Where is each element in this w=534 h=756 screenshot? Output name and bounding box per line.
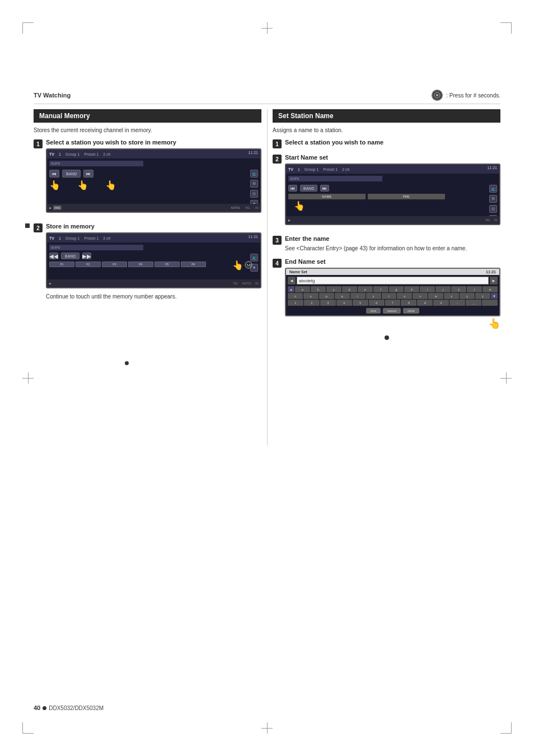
key-h[interactable]: h: [404, 286, 419, 292]
crosshair-top: [261, 22, 273, 34]
bullet-right: [385, 335, 389, 340]
key-nav2[interactable]: ▼: [491, 293, 498, 299]
tv-time-2: 11:21: [248, 235, 258, 239]
key-f[interactable]: f: [373, 286, 388, 292]
key-p[interactable]: p: [319, 293, 334, 299]
step-3-right-content: Enter the name See <Character Entry> (pa…: [285, 235, 500, 253]
nav-prev-btn[interactable]: ◄: [288, 277, 296, 284]
name-set-body: ◄ abcdefg ► ▲ a b c d: [286, 275, 499, 315]
key-9[interactable]: 9: [417, 300, 433, 306]
clear-btn[interactable]: clear: [403, 308, 419, 314]
tv-screen-2: TV 1 Group 1 Preset 1 2 ch 11:21 SUPS: [46, 232, 261, 288]
key-t[interactable]: t: [382, 293, 397, 299]
set-station-name-desc: Assigns a name to a station.: [273, 127, 500, 133]
key-c[interactable]: c: [326, 286, 341, 292]
step-1-right: 1 Select a station you wish to name: [273, 139, 500, 148]
key-o[interactable]: o: [303, 293, 318, 299]
key-4[interactable]: 4: [336, 300, 352, 306]
key-g[interactable]: g: [389, 286, 404, 292]
key-b[interactable]: b: [311, 286, 326, 292]
tv-screen-1: TV 1 Group 1 Preset 1 2 ch 11:21 SUPS: [46, 148, 261, 213]
tv-screen-right: TV 1 Group 1 Preset 1 2 ch 11:21 SUPS ⏮: [285, 164, 500, 225]
key-l[interactable]: l: [467, 286, 482, 292]
header: TV Watching : Press for # seconds.: [34, 90, 500, 101]
key-w[interactable]: w: [428, 293, 443, 299]
step-4-right-title: End Name set: [285, 258, 500, 265]
footer-page-num: 40: [34, 704, 40, 711]
key-e[interactable]: e: [358, 286, 373, 292]
step-2-left-content: Store in memory TV 1 Group 1 Preset 1 2 …: [46, 223, 261, 301]
step-1-left-content: Select a station you wish to store in me…: [46, 139, 261, 217]
key-3[interactable]: 3: [320, 300, 336, 306]
step-num-3-right: 3: [273, 236, 282, 245]
manual-memory-desc: Stores the current receiving channel in …: [34, 127, 261, 133]
key-8[interactable]: 8: [401, 300, 416, 306]
nav-next-btn[interactable]: ►: [490, 277, 498, 284]
name-set-input-row: ◄ abcdefg ►: [288, 277, 498, 284]
step-3-right-text: See <Character Entry> (page 43) for info…: [285, 245, 500, 253]
key-q[interactable]: q: [335, 293, 350, 299]
key-z[interactable]: z: [475, 293, 490, 299]
key-x[interactable]: x: [444, 293, 459, 299]
bullet-left-marker: [125, 361, 129, 365]
key-s[interactable]: s: [366, 293, 381, 299]
space-btn[interactable]: space: [383, 308, 401, 314]
key-a[interactable]: a: [295, 286, 310, 292]
crosshair-bottom: [261, 722, 273, 734]
corner-mark-br: [500, 722, 512, 734]
step-4-right-content: End Name set Name Set 11:21 ◄ abcdefg: [285, 258, 500, 330]
corner-mark-tl: [22, 22, 34, 34]
tv-ch2: 2 ch: [103, 152, 110, 156]
name-set-title: Name Set: [289, 270, 307, 274]
step-3-right: 3 Enter the name See <Character Entry> (…: [273, 235, 500, 253]
step-num-2-left: 2: [34, 223, 43, 232]
key-6[interactable]: 6: [369, 300, 385, 306]
header-divider: [34, 104, 500, 104]
key-5[interactable]: 5: [353, 300, 368, 306]
tv-time-right: 11:21: [487, 166, 497, 170]
manual-memory-header: Manual Memory: [34, 109, 261, 123]
press-icon: [432, 90, 443, 101]
key-0[interactable]: 0: [433, 300, 449, 306]
key-dash[interactable]: -: [449, 300, 465, 306]
footer-model: DDX5032/DDX5032M: [49, 705, 104, 711]
name-set-actions: one space clear: [288, 308, 498, 314]
key-m[interactable]: m: [483, 286, 498, 292]
key-k[interactable]: k: [451, 286, 466, 292]
key-empty[interactable]: [482, 300, 498, 306]
svg-text:M: M: [247, 263, 251, 268]
key-2[interactable]: 2: [304, 300, 320, 306]
tv-time: 11:21: [248, 151, 258, 155]
tv-preset: Preset 1: [84, 152, 99, 156]
key-u[interactable]: u: [397, 293, 412, 299]
key-7[interactable]: 7: [385, 300, 401, 306]
set-station-name-header: Set Station Name: [273, 109, 500, 123]
end-name-touch: 👆: [285, 318, 500, 330]
step-num-2-right: 2: [273, 155, 282, 164]
name-set-time: 11:21: [486, 270, 496, 274]
key-j[interactable]: j: [435, 286, 451, 292]
key-up[interactable]: ▲: [288, 286, 294, 292]
key-under[interactable]: _: [466, 300, 481, 306]
step-2-right: 2 Start Name set TV 1 Group 1 Preset 1 2…: [273, 154, 500, 230]
left-column: Manual Memory Stores the current receivi…: [34, 109, 261, 340]
key-d[interactable]: d: [342, 286, 357, 292]
name-set-title-bar: Name Set 11:21: [286, 269, 499, 275]
step-2-right-content: Start Name set TV 1 Group 1 Preset 1 2 c…: [285, 154, 500, 230]
tv-icons-right-1: 📺 ⚙ ◎ ★: [250, 170, 258, 208]
step-3-right-title: Enter the name: [285, 235, 500, 242]
section-title: TV Watching: [34, 92, 71, 99]
key-n1[interactable]: n: [288, 293, 303, 299]
press-text: : Press for # seconds.: [446, 92, 500, 99]
key-v[interactable]: v: [413, 293, 428, 299]
key-i[interactable]: i: [420, 286, 435, 292]
tv-label: TV: [49, 152, 54, 156]
name-input-field[interactable]: abcdefg: [297, 277, 489, 284]
footer-circle: [43, 706, 46, 710]
tv-top-bar-2: TV 1 Group 1 Preset 1 2 ch 11:21: [47, 234, 260, 242]
one-btn[interactable]: one: [366, 308, 381, 314]
name-set-screen: Name Set 11:21 ◄ abcdefg ►: [285, 268, 500, 316]
key-y[interactable]: y: [460, 293, 475, 299]
key-r[interactable]: r: [350, 293, 366, 299]
key-1[interactable]: 1: [288, 300, 303, 306]
